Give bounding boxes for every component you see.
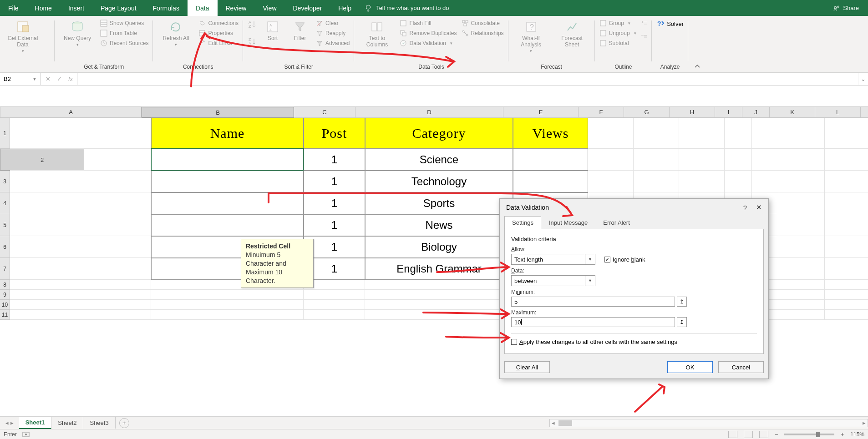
cell-D10[interactable] [365,300,513,310]
sheet-tab-3[interactable]: Sheet3 [83,417,115,429]
collapse-icon[interactable]: ⁻≡ [641,33,648,40]
cell-A3[interactable] [10,171,151,192]
cell-K1[interactable] [779,118,825,149]
cell-C11[interactable] [304,310,365,320]
cell-I2[interactable] [725,149,752,171]
cell-F1[interactable] [588,118,634,149]
ignore-blank-checkbox[interactable]: ✓Ignore blank [604,256,645,263]
flash-fill-button[interactable]: Flash Fill [400,20,457,27]
cell-G1[interactable] [634,118,679,149]
row-header-11[interactable]: 11 [0,310,10,320]
zoom-level[interactable]: 115% [850,431,864,438]
column-header-G[interactable]: G [624,107,670,118]
sort-button[interactable]: AZSort [261,20,284,41]
row-header-3[interactable]: 3 [0,171,10,192]
cell-A6[interactable] [10,236,151,258]
zoom-slider[interactable] [784,434,834,435]
cell-D9[interactable] [365,290,513,300]
range-picker-icon[interactable]: ↥ [677,317,687,327]
header-cell-E[interactable]: Views [513,118,588,149]
advanced-button[interactable]: Advanced [316,40,350,47]
menu-tab-data[interactable]: Data [188,0,218,16]
row-header-5[interactable]: 5 [0,214,10,236]
cell-B4[interactable] [151,192,304,214]
filter-button[interactable]: Filter [289,20,311,41]
cell-G3[interactable] [634,171,679,192]
header-cell-C[interactable]: Post [304,118,365,149]
group-button[interactable]: Group▾ [599,20,636,27]
show-queries-button[interactable]: Show Queries [100,20,148,27]
cell-H2[interactable] [679,149,725,171]
cell-L7[interactable] [825,258,868,280]
cell-D7[interactable]: English Grammar [365,258,513,280]
cell-E2[interactable] [513,149,588,171]
row-header-8[interactable]: 8 [0,280,10,290]
cell-B3[interactable] [151,171,304,192]
row-header-4[interactable]: 4 [0,192,10,214]
formula-bar[interactable] [78,73,858,85]
row-header-10[interactable]: 10 [0,300,10,310]
cell-L11[interactable] [825,310,868,320]
cell-B2[interactable] [151,149,304,171]
cancel-icon[interactable]: ✕ [46,76,51,82]
view-page-layout-button[interactable] [744,431,753,438]
column-header-B[interactable]: B [142,107,294,118]
cell-K5[interactable] [779,214,825,236]
cell-D3[interactable]: Technology [365,171,513,192]
cell-L6[interactable] [825,236,868,258]
cell-H3[interactable] [679,171,725,192]
cell-D11[interactable] [365,310,513,320]
cell-B10[interactable] [151,300,304,310]
tab-input-message[interactable]: Input Message [541,216,595,229]
row-header-7[interactable]: 7 [0,258,10,280]
column-header-H[interactable]: H [670,107,715,118]
cell-C2[interactable]: 1 [304,149,365,171]
cell-K3[interactable] [779,171,825,192]
view-page-break-button[interactable] [759,431,768,438]
get-external-data-button[interactable]: Get External Data ▾ [5,20,41,53]
clear-button[interactable]: Clear [316,20,350,27]
column-header-E[interactable]: E [503,107,579,118]
cell-L3[interactable] [825,171,868,192]
sheet-tab-1[interactable]: Sheet1 [19,417,52,429]
zoom-in-button[interactable]: + [841,431,844,438]
sort-asc-button[interactable]: AZ [248,20,257,29]
cell-L10[interactable] [825,300,868,310]
cell-A1[interactable] [10,118,151,149]
column-header-K[interactable]: K [770,107,815,118]
cell-K8[interactable] [779,280,825,290]
cell-H1[interactable] [679,118,725,149]
column-header-F[interactable]: F [579,107,624,118]
cell-G2[interactable] [634,149,679,171]
cell-K9[interactable] [779,290,825,300]
header-cell-D[interactable]: Category [365,118,513,149]
solver-button[interactable]: ?Solver [656,20,684,28]
column-header-C[interactable]: C [294,107,355,118]
cell-A9[interactable] [10,290,151,300]
cell-K11[interactable] [779,310,825,320]
text-to-columns-button[interactable]: Text to Columns [359,20,395,48]
tab-settings[interactable]: Settings [504,216,541,229]
subtotal-button[interactable]: Subtotal [599,40,636,47]
cell-A8[interactable] [10,280,151,290]
cell-A2[interactable] [10,149,151,171]
cell-D2[interactable]: Science [365,149,513,171]
menu-tab-help[interactable]: Help [330,0,360,16]
view-normal-button[interactable] [728,431,737,438]
column-header-D[interactable]: D [355,107,503,118]
menu-tab-developer[interactable]: Developer [285,0,330,16]
cell-A10[interactable] [10,300,151,310]
cell-B11[interactable] [151,310,304,320]
cell-A4[interactable] [10,192,151,214]
cell-L9[interactable] [825,290,868,300]
cell-A11[interactable] [10,310,151,320]
remove-duplicates-button[interactable]: Remove Duplicates [400,30,457,37]
macro-recording-icon[interactable] [22,431,30,438]
what-if-button[interactable]: ?What-If Analysis▾ [513,20,549,53]
share-button[interactable]: Share [824,0,868,16]
new-query-button[interactable]: New Query ▾ [59,20,96,47]
menu-tab-page-layout[interactable]: Page Layout [92,0,145,16]
enter-icon[interactable]: ✓ [57,76,62,82]
cell-L8[interactable] [825,280,868,290]
cell-D4[interactable]: Sports [365,192,513,214]
